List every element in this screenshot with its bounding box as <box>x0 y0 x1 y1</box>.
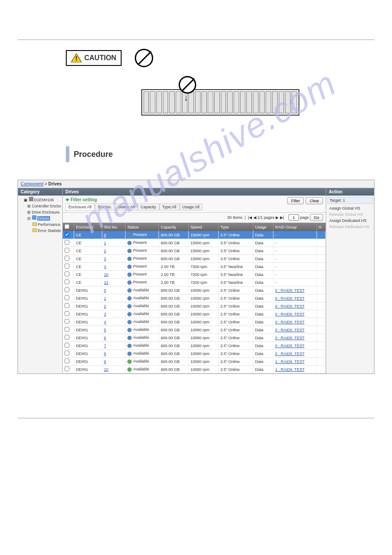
row-checkbox[interactable] <box>65 311 69 316</box>
cell-speed: 10000 rpm <box>189 334 219 342</box>
slot-link[interactable]: 1 <box>104 296 106 301</box>
row-checkbox[interactable] <box>65 248 69 253</box>
table-row[interactable]: DE#014Available600.00 GB10000 rpm2.5" On… <box>63 318 326 326</box>
raid-link[interactable]: 0 : RAID5_TEST <box>275 312 305 316</box>
tree-device[interactable]: ▣ D1EM#106 <box>19 197 61 203</box>
col-checkbox[interactable] <box>63 223 74 231</box>
table-row[interactable]: DE#016Available600.00 GB10000 rpm2.5" On… <box>63 334 326 342</box>
col-enclosure[interactable]: Enclosure <box>74 223 102 231</box>
row-checkbox[interactable] <box>65 264 69 268</box>
row-checkbox[interactable] <box>65 351 69 355</box>
filter-tab-status[interactable]: Status:All <box>115 203 138 210</box>
row-checkbox[interactable] <box>65 256 69 261</box>
table-row[interactable]: CE0Present600.00 GB15000 rpm3.5" OnlineD… <box>63 231 326 239</box>
row-checkbox[interactable] <box>65 319 69 324</box>
table-row[interactable]: DE#013Available600.00 GB10000 rpm2.5" On… <box>63 310 326 318</box>
filter-tab-slot[interactable]: Slot No. <box>95 203 115 210</box>
slot-link[interactable]: 3 <box>104 257 106 261</box>
col-capacity[interactable]: Capacity <box>159 223 189 231</box>
clear-button[interactable]: Clear <box>306 197 323 204</box>
raid-link[interactable]: 0 : RAID5_TEST <box>275 352 305 356</box>
slot-link[interactable]: 11 <box>104 280 108 285</box>
raid-link[interactable]: 0 : RAID5_TEST <box>275 304 305 308</box>
go-button[interactable]: Go <box>310 214 323 221</box>
table-row[interactable]: DE#010Available600.00 GB10000 rpm2.5" On… <box>63 287 326 294</box>
slot-link[interactable]: 2 <box>104 304 106 308</box>
table-row[interactable]: CE11Present2.00 TB7200 rpm3.5" NearlineD… <box>63 279 326 287</box>
action-link[interactable]: Assign Global HS <box>327 205 373 211</box>
slot-link[interactable]: 10 <box>104 272 108 277</box>
col-status[interactable]: Status <box>126 223 159 231</box>
filter-tab-capacity[interactable]: Capacity <box>138 203 159 210</box>
cell-capacity: 600.00 GB <box>159 239 189 247</box>
table-row[interactable]: DE#011Available600.00 GB10000 rpm2.5" On… <box>63 294 326 302</box>
row-checkbox[interactable] <box>65 366 69 371</box>
page-input[interactable] <box>288 214 299 221</box>
row-checkbox[interactable] <box>65 359 69 363</box>
raid-link[interactable]: 0 : RAID5_TEST <box>275 336 305 340</box>
breadcrumb-root[interactable]: Component <box>21 181 43 186</box>
tree-performance[interactable]: Performance <box>19 221 61 228</box>
slot-link[interactable]: 4 <box>104 265 106 269</box>
cell-enclosure: DE#01 <box>74 358 102 366</box>
row-checkbox[interactable] <box>65 240 69 245</box>
raid-link[interactable]: 1 : RAID6_TEST <box>275 367 305 372</box>
row-checkbox[interactable] <box>65 232 69 237</box>
action-link[interactable]: Assign Dedicated HS <box>327 218 373 224</box>
row-checkbox[interactable] <box>65 279 69 284</box>
slot-link[interactable]: 5 <box>104 328 106 332</box>
slot-link[interactable]: 3 <box>104 312 106 316</box>
tree-drive-enclosure[interactable]: ⊞ Drive Enclosure <box>19 209 61 215</box>
table-row[interactable]: DE#0110Available600.00 GB10000 rpm2.5" O… <box>63 366 326 374</box>
slot-link[interactable]: 8 <box>104 352 106 356</box>
slot-link[interactable]: 0 <box>104 233 106 237</box>
col-usage[interactable]: Usage <box>253 223 273 231</box>
raid-link[interactable]: 0 : RAID5_TEST <box>275 320 305 324</box>
row-checkbox[interactable] <box>65 327 69 332</box>
table-row[interactable]: CE2Present600.00 GB15000 rpm3.5" OnlineD… <box>63 247 326 255</box>
slot-link[interactable]: 0 <box>104 288 106 293</box>
tree-error-statistics[interactable]: Error Statistics <box>19 228 61 234</box>
table-row[interactable]: CE3Present600.00 GB15000 rpm3.5" OnlineD… <box>63 255 326 263</box>
col-h[interactable]: H <box>316 223 325 231</box>
row-checkbox[interactable] <box>65 303 69 308</box>
slot-link[interactable]: 4 <box>104 320 106 324</box>
filter-button[interactable]: Filter <box>287 197 304 204</box>
row-checkbox[interactable] <box>65 335 69 340</box>
raid-link[interactable]: 0 : RAID5_TEST <box>275 328 305 332</box>
slot-link[interactable]: 6 <box>104 336 106 340</box>
slot-link[interactable]: 7 <box>104 344 106 348</box>
slot-link[interactable]: 2 <box>104 249 106 253</box>
slot-link[interactable]: 9 <box>104 359 106 364</box>
row-checkbox[interactable] <box>65 272 69 276</box>
col-type[interactable]: Type <box>218 223 253 231</box>
cell-type: 3.5" Online <box>218 255 253 263</box>
raid-link[interactable]: 0 : RAID5_TEST <box>275 344 305 348</box>
raid-link[interactable]: 0 : RAID5_TEST <box>275 296 305 301</box>
row-checkbox[interactable] <box>65 295 69 300</box>
raid-link[interactable]: 0 : RAID5_TEST <box>275 288 305 293</box>
table-row[interactable]: CE10Present2.00 TB7200 rpm3.5" NearlineD… <box>63 271 326 279</box>
slot-link[interactable]: 10 <box>104 367 108 372</box>
slot-link[interactable]: 1 <box>104 241 106 245</box>
table-row[interactable]: DE#017Available600.00 GB10000 rpm2.5" On… <box>63 342 326 350</box>
col-speed[interactable]: Speed <box>189 223 219 231</box>
col-slot[interactable]: Slot No. <box>102 223 125 231</box>
table-row[interactable]: DE#015Available600.00 GB10000 rpm2.5" On… <box>63 326 326 334</box>
table-row[interactable]: DE#012Available600.00 GB10000 rpm2.5" On… <box>63 302 326 310</box>
pager-nav[interactable]: |◀ ◀ 1/1 pages ▶ ▶| <box>248 215 284 220</box>
filter-tab-type[interactable]: Type:All <box>159 203 180 210</box>
table-row[interactable]: DE#019Available600.00 GB10000 rpm2.5" On… <box>63 358 326 366</box>
table-row[interactable]: CE4Present2.00 TB7200 rpm3.5" NearlineDa… <box>63 263 326 271</box>
tree-drives[interactable]: ⊟ Drives <box>19 215 61 221</box>
filter-tab-enclosure[interactable]: Enclosure:All <box>65 203 95 210</box>
raid-link[interactable]: 1 : RAID6_TEST <box>275 359 305 364</box>
row-checkbox[interactable] <box>65 287 69 292</box>
tree-controller-enclosure[interactable]: ⊞ Controller Enclosure <box>19 203 61 209</box>
table-row[interactable]: DE#018Available600.00 GB10000 rpm2.5" On… <box>63 350 326 358</box>
filter-tab-usage[interactable]: Usage:All <box>180 203 203 210</box>
col-raid[interactable]: RAID Group <box>273 223 316 231</box>
select-all-checkbox[interactable] <box>65 224 69 229</box>
row-checkbox[interactable] <box>65 343 69 348</box>
table-row[interactable]: CE1Present600.00 GB15000 rpm3.5" OnlineD… <box>63 239 326 247</box>
